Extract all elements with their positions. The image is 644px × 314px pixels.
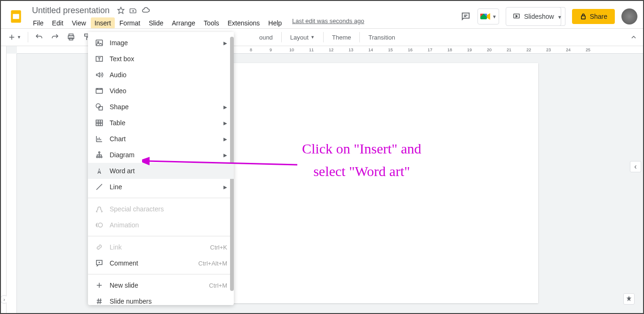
svg-marker-8 [516,15,517,17]
background-button[interactable]: ound [254,32,278,43]
omega-icon [95,204,104,214]
collapse-toolbar-icon[interactable] [630,33,637,41]
svg-rect-9 [581,16,585,19]
menu-item-label: Link [110,243,210,251]
menu-item-label: Special characters [110,205,227,213]
menu-slide[interactable]: Slide [145,17,167,29]
insert-new-slide[interactable]: New slideCtrl+M [88,277,234,293]
print-button[interactable] [64,31,78,43]
svg-point-25 [98,223,103,227]
slideshow-caret[interactable]: ▼ [555,7,565,26]
shortcut: Ctrl+M [209,282,227,289]
chart-icon [95,134,104,144]
menu-item-label: Line [110,183,223,191]
annotation-arrow [142,156,302,170]
menu-item-label: Table [110,119,223,127]
svg-rect-1 [13,14,19,19]
show-side-panel-icon[interactable]: ‹ [630,161,641,172]
svg-point-21 [99,152,100,153]
meet-button[interactable]: ▼ [477,8,499,24]
title-area: Untitled presentation File Edit View Ins… [29,5,461,29]
layout-button[interactable]: Layout▼ [286,32,319,43]
table-icon [95,118,104,128]
menu-format[interactable]: Format [116,17,144,29]
svg-rect-20 [96,120,103,126]
svg-marker-2 [118,7,124,13]
menu-item-label: New slide [110,282,209,289]
move-icon[interactable] [129,7,137,14]
edit-status[interactable]: Last edit was seconds ago [292,17,364,29]
separator [359,32,360,42]
wordart-icon [95,166,104,176]
link-icon [95,242,104,252]
undo-button[interactable] [32,31,46,43]
transition-button[interactable]: Transition [364,32,400,43]
menu-item-label: Text box [110,55,227,63]
menu-help[interactable]: Help [264,17,286,29]
plus-icon [95,281,104,290]
redo-button[interactable] [48,31,62,43]
menu-item-label: Slide numbers [110,298,227,305]
menu-view[interactable]: View [68,17,90,29]
comments-history-icon[interactable] [461,11,471,22]
insert-slide-numbers[interactable]: Slide numbers [88,293,234,305]
share-label: Share [590,13,607,20]
new-slide-button[interactable]: ▼ [5,31,24,43]
cloud-icon[interactable] [142,6,150,15]
svg-point-18 [96,104,100,108]
menubar: File Edit View Insert Format Slide Arran… [29,17,461,29]
annotation-text: Click on "Insert" andselect "Word art" [302,137,421,183]
right-sidebar: ‹ [630,161,641,172]
slides-logo[interactable] [7,7,25,26]
menu-insert[interactable]: Insert [91,17,115,29]
menu-tools[interactable]: Tools [200,17,223,29]
hash-icon [95,297,104,305]
separator [88,198,234,198]
svg-point-24 [101,156,102,158]
submenu-arrow-icon: ▶ [223,137,227,142]
svg-line-27 [147,161,297,165]
explore-button[interactable] [623,293,635,305]
separator [88,274,234,274]
menu-extensions[interactable]: Extensions [224,17,263,29]
insert-line[interactable]: Line▶ [88,179,234,195]
insert-chart[interactable]: Chart▶ [88,131,234,147]
user-avatar[interactable] [621,8,637,24]
star-icon[interactable] [117,7,125,14]
menu-item-label: Audio [110,71,227,79]
menu-item-label: Chart [110,135,223,143]
animation-icon [95,220,104,230]
theme-button[interactable]: Theme [327,32,356,43]
insert-image[interactable]: Image▶ [88,35,234,51]
share-button[interactable]: Share [572,9,615,24]
insert-text-box[interactable]: Text box [88,51,234,67]
line-icon [95,182,104,192]
menu-item-label: Image [110,39,223,47]
slideshow-label: Slideshow [524,13,554,20]
svg-marker-4 [487,13,490,20]
insert-shape[interactable]: Shape▶ [88,99,234,115]
menu-edit[interactable]: Edit [48,17,67,29]
insert-table[interactable]: Table▶ [88,115,234,131]
header-actions: ▼ Slideshow ▼ Share [461,7,637,26]
slideshow-button[interactable]: Slideshow [506,7,561,26]
audio-icon [95,70,104,80]
submenu-arrow-icon: ▶ [223,185,227,190]
svg-point-22 [96,156,98,158]
submenu-arrow-icon: ▶ [223,105,227,110]
insert-audio[interactable]: Audio [88,67,234,83]
separator [323,32,324,42]
comment-icon [95,258,104,268]
submenu-arrow-icon: ▶ [223,121,227,126]
header: Untitled presentation File Edit View Ins… [1,1,643,28]
svg-point-23 [99,156,100,158]
menu-file[interactable]: File [29,17,48,29]
document-title[interactable]: Untitled presentation [29,5,112,16]
insert-video[interactable]: Video [88,83,234,99]
thumbnail-panel: › [1,46,7,313]
insert-comment[interactable]: CommentCtrl+Alt+M [88,255,234,271]
svg-rect-19 [99,106,103,110]
diagram-icon [95,150,104,160]
menu-arrange[interactable]: Arrange [168,17,199,29]
shape-icon [95,102,104,112]
